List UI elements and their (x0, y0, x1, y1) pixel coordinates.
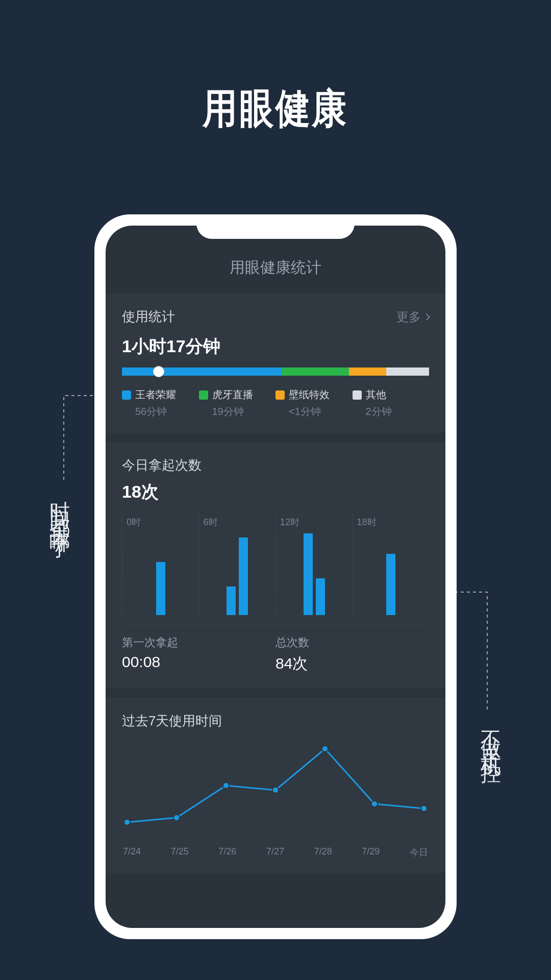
svg-point-3 (173, 815, 180, 821)
svg-point-2 (124, 819, 130, 825)
segment-2 (349, 368, 386, 376)
phone-frame: 用眼健康统计 使用统计 更多 1小时17分钟 王者荣耀 (94, 214, 457, 939)
line-x-labels: 7/247/257/267/277/287/29今日 (122, 846, 429, 859)
usage-legend: 王者荣耀 56分钟 虎牙直播 19分钟 壁纸特效 <1分钟 其他 2分钟 (122, 388, 429, 419)
svg-point-6 (322, 746, 328, 752)
weekly-line-chart (122, 739, 429, 841)
legend-value: 2分钟 (366, 405, 430, 419)
total-pickup-label: 总次数 (276, 635, 429, 650)
legend-label: 其他 (366, 388, 386, 402)
first-pickup-label: 第一次拿起 (122, 635, 276, 650)
legend-item-1: 虎牙直播 19分钟 (199, 388, 276, 419)
svg-point-5 (272, 787, 279, 793)
pickup-count: 18次 (122, 480, 429, 504)
chevron-right-icon (423, 313, 430, 320)
legend-swatch-icon (276, 390, 285, 400)
more-label: 更多 (396, 309, 421, 325)
phone-screen: 用眼健康统计 使用统计 更多 1小时17分钟 王者荣耀 (106, 226, 445, 928)
legend-value: 19分钟 (212, 405, 276, 419)
legend-item-2: 壁纸特效 <1分钟 (276, 388, 353, 419)
side-caption-right: 不做手机控 (477, 715, 505, 755)
legend-item-3: 其他 2分钟 (353, 388, 430, 419)
slider-handle-icon[interactable] (153, 366, 164, 377)
legend-value: <1分钟 (289, 405, 353, 419)
phone-notch (196, 214, 355, 239)
usage-card-title: 使用统计 (122, 308, 175, 326)
page-title: 用眼健康 (41, 82, 510, 137)
legend-label: 虎牙直播 (212, 388, 253, 402)
usage-stacked-bar[interactable] (122, 368, 429, 376)
weekly-card: 过去7天使用时间 7/247/257/267/277/287/29今日 (106, 698, 445, 873)
svg-point-8 (421, 805, 427, 812)
total-pickup-value: 84次 (276, 653, 429, 674)
weekly-card-title: 过去7天使用时间 (122, 712, 429, 730)
segment-1 (282, 368, 349, 376)
legend-label: 壁纸特效 (289, 388, 330, 402)
legend-swatch-icon (353, 390, 362, 400)
legend-value: 56分钟 (135, 405, 199, 419)
first-pickup-block: 第一次拿起 00:08 (122, 635, 276, 674)
legend-swatch-icon (122, 390, 131, 400)
legend-label: 王者荣耀 (135, 388, 176, 402)
legend-item-0: 王者荣耀 56分钟 (122, 388, 199, 419)
total-pickup-block: 总次数 84次 (276, 635, 429, 674)
side-caption-left: 时间都去哪了 (46, 485, 74, 534)
first-pickup-value: 00:08 (122, 653, 276, 671)
pickup-bar-chart: 0时6时12时18时 (122, 513, 429, 615)
svg-point-7 (371, 801, 378, 807)
segment-0 (122, 368, 282, 376)
pickup-card-title: 今日拿起次数 (122, 456, 429, 474)
usage-stats-card: 使用统计 更多 1小时17分钟 王者荣耀 56分钟 (106, 293, 445, 433)
segment-3 (386, 368, 429, 376)
svg-point-4 (223, 782, 229, 789)
pickup-card: 今日拿起次数 18次 0时6时12时18时 第一次拿起 00:08 总次数 84… (106, 442, 445, 689)
legend-swatch-icon (199, 390, 208, 400)
more-button[interactable]: 更多 (396, 309, 429, 325)
total-usage-time: 1小时17分钟 (122, 335, 429, 358)
